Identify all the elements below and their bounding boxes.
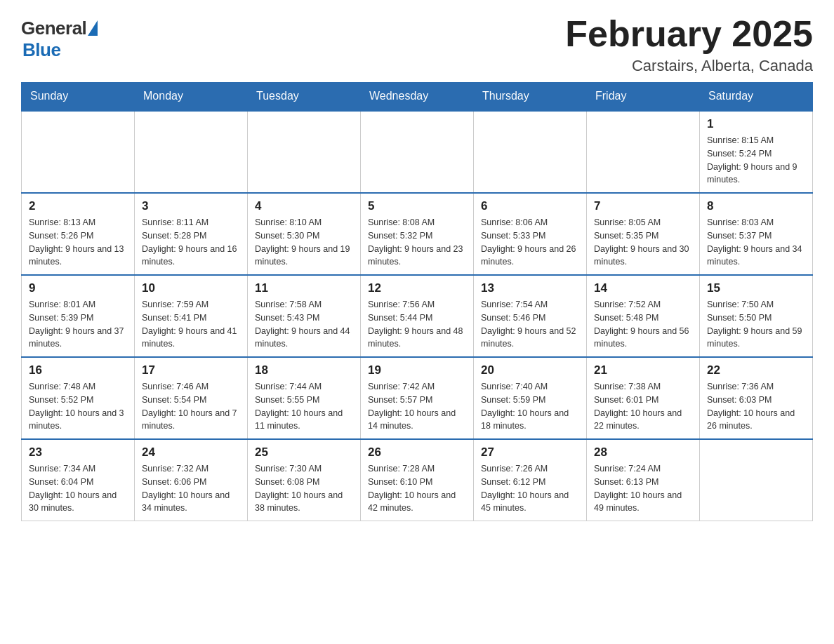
calendar-cell: 3Sunrise: 8:11 AM Sunset: 5:28 PM Daylig… xyxy=(135,193,248,275)
day-number: 10 xyxy=(142,281,240,295)
calendar-cell xyxy=(587,111,700,194)
calendar-cell: 24Sunrise: 7:32 AM Sunset: 6:06 PM Dayli… xyxy=(135,439,248,521)
calendar-week-row: 9Sunrise: 8:01 AM Sunset: 5:39 PM Daylig… xyxy=(22,275,813,357)
day-number: 21 xyxy=(594,363,692,377)
calendar-cell xyxy=(135,111,248,194)
day-header-thursday: Thursday xyxy=(474,83,587,111)
calendar-cell: 17Sunrise: 7:46 AM Sunset: 5:54 PM Dayli… xyxy=(135,357,248,439)
day-info: Sunrise: 8:05 AM Sunset: 5:35 PM Dayligh… xyxy=(594,216,692,269)
calendar-cell: 22Sunrise: 7:36 AM Sunset: 6:03 PM Dayli… xyxy=(700,357,813,439)
day-header-tuesday: Tuesday xyxy=(248,83,361,111)
calendar-cell: 25Sunrise: 7:30 AM Sunset: 6:08 PM Dayli… xyxy=(248,439,361,521)
day-number: 9 xyxy=(29,281,127,295)
day-info: Sunrise: 8:13 AM Sunset: 5:26 PM Dayligh… xyxy=(29,216,127,269)
logo: General Blue xyxy=(21,14,98,61)
day-number: 27 xyxy=(481,445,579,459)
day-number: 6 xyxy=(481,199,579,213)
calendar-cell: 23Sunrise: 7:34 AM Sunset: 6:04 PM Dayli… xyxy=(22,439,135,521)
day-info: Sunrise: 8:06 AM Sunset: 5:33 PM Dayligh… xyxy=(481,216,579,269)
calendar-cell xyxy=(22,111,135,194)
calendar-cell: 19Sunrise: 7:42 AM Sunset: 5:57 PM Dayli… xyxy=(361,357,474,439)
day-number: 22 xyxy=(707,363,805,377)
calendar-cell: 13Sunrise: 7:54 AM Sunset: 5:46 PM Dayli… xyxy=(474,275,587,357)
day-number: 11 xyxy=(255,281,353,295)
page-header: General Blue February 2025 Carstairs, Al… xyxy=(21,14,813,75)
day-info: Sunrise: 8:08 AM Sunset: 5:32 PM Dayligh… xyxy=(368,216,466,269)
calendar-cell: 10Sunrise: 7:59 AM Sunset: 5:41 PM Dayli… xyxy=(135,275,248,357)
day-info: Sunrise: 7:24 AM Sunset: 6:13 PM Dayligh… xyxy=(594,462,692,515)
day-info: Sunrise: 7:26 AM Sunset: 6:12 PM Dayligh… xyxy=(481,462,579,515)
calendar-cell: 20Sunrise: 7:40 AM Sunset: 5:59 PM Dayli… xyxy=(474,357,587,439)
calendar-week-row: 23Sunrise: 7:34 AM Sunset: 6:04 PM Dayli… xyxy=(22,439,813,521)
day-info: Sunrise: 8:01 AM Sunset: 5:39 PM Dayligh… xyxy=(29,298,127,351)
day-number: 13 xyxy=(481,281,579,295)
day-info: Sunrise: 7:54 AM Sunset: 5:46 PM Dayligh… xyxy=(481,298,579,351)
calendar-cell: 18Sunrise: 7:44 AM Sunset: 5:55 PM Dayli… xyxy=(248,357,361,439)
location: Carstairs, Alberta, Canada xyxy=(565,57,813,75)
month-title: February 2025 xyxy=(565,14,813,54)
logo-triangle-icon xyxy=(88,20,98,36)
day-number: 7 xyxy=(594,199,692,213)
day-info: Sunrise: 7:28 AM Sunset: 6:10 PM Dayligh… xyxy=(368,462,466,515)
day-number: 18 xyxy=(255,363,353,377)
calendar-cell: 14Sunrise: 7:52 AM Sunset: 5:48 PM Dayli… xyxy=(587,275,700,357)
calendar-cell: 28Sunrise: 7:24 AM Sunset: 6:13 PM Dayli… xyxy=(587,439,700,521)
calendar-week-row: 16Sunrise: 7:48 AM Sunset: 5:52 PM Dayli… xyxy=(22,357,813,439)
day-info: Sunrise: 7:56 AM Sunset: 5:44 PM Dayligh… xyxy=(368,298,466,351)
day-number: 23 xyxy=(29,445,127,459)
calendar-cell: 1Sunrise: 8:15 AM Sunset: 5:24 PM Daylig… xyxy=(700,111,813,194)
calendar-cell: 21Sunrise: 7:38 AM Sunset: 6:01 PM Dayli… xyxy=(587,357,700,439)
day-number: 12 xyxy=(368,281,466,295)
calendar-week-row: 2Sunrise: 8:13 AM Sunset: 5:26 PM Daylig… xyxy=(22,193,813,275)
calendar-cell: 12Sunrise: 7:56 AM Sunset: 5:44 PM Dayli… xyxy=(361,275,474,357)
calendar-cell: 11Sunrise: 7:58 AM Sunset: 5:43 PM Dayli… xyxy=(248,275,361,357)
day-info: Sunrise: 7:50 AM Sunset: 5:50 PM Dayligh… xyxy=(707,298,805,351)
day-info: Sunrise: 7:36 AM Sunset: 6:03 PM Dayligh… xyxy=(707,380,805,433)
calendar-cell: 27Sunrise: 7:26 AM Sunset: 6:12 PM Dayli… xyxy=(474,439,587,521)
day-info: Sunrise: 7:38 AM Sunset: 6:01 PM Dayligh… xyxy=(594,380,692,433)
day-number: 28 xyxy=(594,445,692,459)
logo-general: General xyxy=(21,18,86,39)
day-info: Sunrise: 7:58 AM Sunset: 5:43 PM Dayligh… xyxy=(255,298,353,351)
day-number: 4 xyxy=(255,199,353,213)
day-info: Sunrise: 7:40 AM Sunset: 5:59 PM Dayligh… xyxy=(481,380,579,433)
calendar-table: SundayMondayTuesdayWednesdayThursdayFrid… xyxy=(21,82,813,521)
calendar-cell xyxy=(361,111,474,194)
day-info: Sunrise: 7:32 AM Sunset: 6:06 PM Dayligh… xyxy=(142,462,240,515)
day-number: 16 xyxy=(29,363,127,377)
day-number: 14 xyxy=(594,281,692,295)
day-info: Sunrise: 7:59 AM Sunset: 5:41 PM Dayligh… xyxy=(142,298,240,351)
day-info: Sunrise: 7:30 AM Sunset: 6:08 PM Dayligh… xyxy=(255,462,353,515)
calendar-cell: 2Sunrise: 8:13 AM Sunset: 5:26 PM Daylig… xyxy=(22,193,135,275)
calendar-cell: 5Sunrise: 8:08 AM Sunset: 5:32 PM Daylig… xyxy=(361,193,474,275)
day-number: 19 xyxy=(368,363,466,377)
day-number: 3 xyxy=(142,199,240,213)
day-info: Sunrise: 7:44 AM Sunset: 5:55 PM Dayligh… xyxy=(255,380,353,433)
day-number: 5 xyxy=(368,199,466,213)
day-number: 24 xyxy=(142,445,240,459)
day-info: Sunrise: 8:03 AM Sunset: 5:37 PM Dayligh… xyxy=(707,216,805,269)
day-header-wednesday: Wednesday xyxy=(361,83,474,111)
calendar-cell: 16Sunrise: 7:48 AM Sunset: 5:52 PM Dayli… xyxy=(22,357,135,439)
calendar-cell: 8Sunrise: 8:03 AM Sunset: 5:37 PM Daylig… xyxy=(700,193,813,275)
calendar-cell: 7Sunrise: 8:05 AM Sunset: 5:35 PM Daylig… xyxy=(587,193,700,275)
day-number: 1 xyxy=(707,117,805,131)
day-number: 15 xyxy=(707,281,805,295)
logo-blue: Blue xyxy=(22,39,60,61)
calendar-cell: 15Sunrise: 7:50 AM Sunset: 5:50 PM Dayli… xyxy=(700,275,813,357)
day-number: 17 xyxy=(142,363,240,377)
calendar-cell: 4Sunrise: 8:10 AM Sunset: 5:30 PM Daylig… xyxy=(248,193,361,275)
calendar-cell: 26Sunrise: 7:28 AM Sunset: 6:10 PM Dayli… xyxy=(361,439,474,521)
title-section: February 2025 Carstairs, Alberta, Canada xyxy=(565,14,813,75)
calendar-header-row: SundayMondayTuesdayWednesdayThursdayFrid… xyxy=(22,83,813,111)
day-number: 8 xyxy=(707,199,805,213)
day-header-saturday: Saturday xyxy=(700,83,813,111)
day-info: Sunrise: 7:48 AM Sunset: 5:52 PM Dayligh… xyxy=(29,380,127,433)
day-info: Sunrise: 7:52 AM Sunset: 5:48 PM Dayligh… xyxy=(594,298,692,351)
day-info: Sunrise: 7:34 AM Sunset: 6:04 PM Dayligh… xyxy=(29,462,127,515)
calendar-cell: 6Sunrise: 8:06 AM Sunset: 5:33 PM Daylig… xyxy=(474,193,587,275)
calendar-week-row: 1Sunrise: 8:15 AM Sunset: 5:24 PM Daylig… xyxy=(22,111,813,194)
day-info: Sunrise: 8:11 AM Sunset: 5:28 PM Dayligh… xyxy=(142,216,240,269)
day-number: 25 xyxy=(255,445,353,459)
day-header-friday: Friday xyxy=(587,83,700,111)
